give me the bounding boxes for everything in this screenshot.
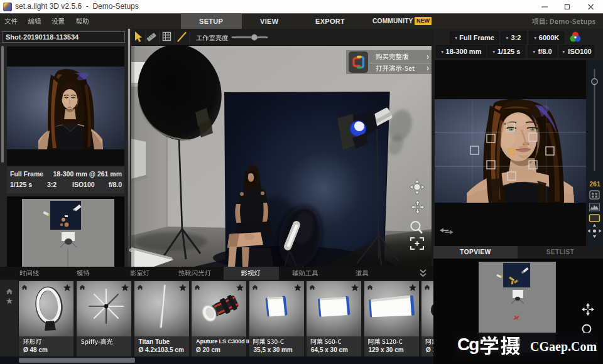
svg-text:261: 261 xyxy=(589,180,600,188)
